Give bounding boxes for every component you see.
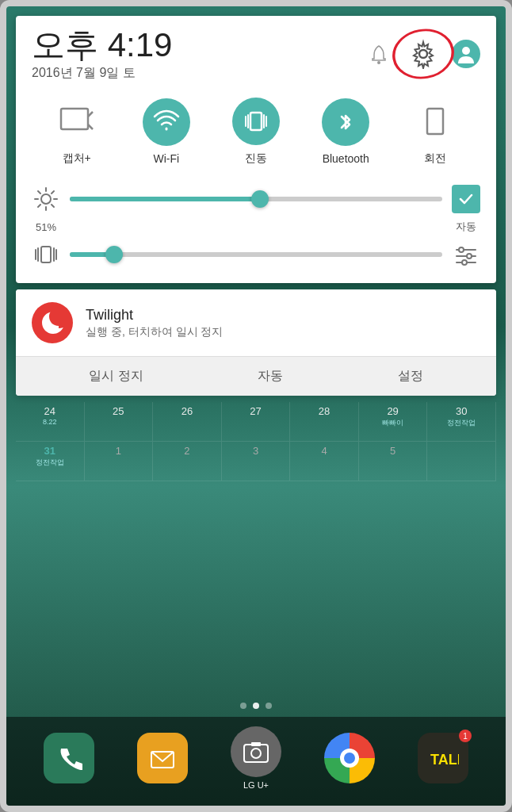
wifi-label: Wi-Fi bbox=[153, 152, 179, 165]
brightness-icon bbox=[33, 186, 59, 212]
toggle-vibrate[interactable]: 진동 bbox=[211, 98, 300, 166]
cal-cell[interactable]: 28 bbox=[290, 402, 359, 442]
bluetooth-icon-wrap bbox=[322, 98, 369, 146]
rotate-label: 회전 bbox=[424, 151, 446, 166]
capture-icon bbox=[58, 102, 96, 140]
calendar-grid: 248.222526272829빠빠이30정전작업31정전작업12345 bbox=[16, 402, 496, 481]
dock-talk[interactable]: TALK 1 bbox=[418, 733, 468, 783]
twilight-auto-button[interactable]: 자동 bbox=[258, 368, 283, 385]
svg-rect-6 bbox=[250, 113, 262, 130]
volume-row bbox=[32, 242, 480, 267]
twilight-moon-icon bbox=[41, 312, 63, 334]
cal-cell[interactable]: 5 bbox=[359, 442, 428, 481]
wifi-icon-wrap bbox=[143, 98, 190, 146]
cal-cell[interactable] bbox=[427, 442, 496, 481]
date-display: 2016년 7월 9일 토 bbox=[32, 65, 172, 82]
cal-cell[interactable]: 25 bbox=[85, 402, 154, 442]
page-dot-0[interactable] bbox=[240, 703, 246, 709]
svg-rect-21 bbox=[41, 247, 51, 262]
cal-cell[interactable]: 1 bbox=[85, 442, 154, 481]
dock-chrome[interactable] bbox=[324, 733, 375, 783]
talk-app-icon: TALK 1 bbox=[418, 733, 468, 783]
quick-toggles: 캡처+ Wi-Fi bbox=[32, 98, 480, 166]
brightness-track bbox=[70, 197, 442, 201]
svg-rect-33 bbox=[244, 745, 268, 762]
svg-point-12 bbox=[41, 194, 51, 204]
cal-cell[interactable]: 30정전작업 bbox=[427, 402, 496, 442]
brightness-thumb[interactable] bbox=[251, 190, 269, 208]
time-display: 오후 4:19 bbox=[32, 29, 172, 62]
user-avatar-icon bbox=[455, 43, 477, 65]
svg-point-1 bbox=[419, 50, 427, 58]
cal-cell[interactable]: 26 bbox=[153, 402, 222, 442]
mail-icon bbox=[148, 744, 177, 772]
svg-point-29 bbox=[459, 247, 464, 252]
volume-settings-icon-wrap[interactable] bbox=[452, 243, 480, 266]
svg-line-20 bbox=[38, 205, 40, 207]
svg-line-17 bbox=[38, 191, 40, 193]
notification-panel: 오후 4:19 2016년 7월 9일 토 bbox=[16, 16, 496, 283]
twilight-header: Twilight 실행 중, 터치하여 일시 정지 bbox=[16, 289, 496, 356]
bottom-dock: LG U+ TALK 1 bbox=[6, 717, 506, 806]
cal-cell[interactable]: 4 bbox=[290, 442, 359, 481]
cal-cell[interactable]: 2 bbox=[153, 442, 222, 481]
svg-line-18 bbox=[52, 205, 54, 207]
camera-icon bbox=[242, 737, 270, 766]
phone-icon bbox=[55, 744, 83, 772]
settings-icon-wrap[interactable] bbox=[401, 32, 445, 76]
vibrate-icon-wrap bbox=[232, 98, 280, 145]
volume-slider[interactable] bbox=[70, 252, 442, 257]
chrome-app-icon bbox=[324, 733, 375, 783]
twilight-title: Twilight bbox=[86, 307, 223, 324]
panel-header: 오후 4:19 2016년 7월 9일 토 bbox=[32, 29, 480, 82]
time-block: 오후 4:19 2016년 7월 9일 토 bbox=[32, 29, 172, 82]
svg-line-19 bbox=[52, 191, 54, 193]
vibrate-label: 진동 bbox=[245, 151, 267, 166]
bell-icon-wrap[interactable] bbox=[363, 38, 395, 70]
volume-icon-wrap bbox=[32, 242, 60, 267]
talk-badge: 1 bbox=[459, 730, 472, 742]
toggle-wifi[interactable]: Wi-Fi bbox=[121, 98, 211, 165]
brightness-fill bbox=[70, 197, 260, 201]
page-dot-2[interactable] bbox=[266, 703, 272, 709]
toggle-capture[interactable]: 캡처+ bbox=[32, 98, 121, 166]
twilight-card: Twilight 실행 중, 터치하여 일시 정지 일시 정지 자동 설정 bbox=[16, 289, 496, 396]
bluetooth-icon bbox=[332, 109, 359, 136]
dock-camera[interactable]: LG U+ bbox=[231, 726, 281, 790]
brightness-percent: 51% bbox=[32, 221, 60, 233]
bluetooth-label: Bluetooth bbox=[323, 152, 369, 165]
twilight-actions: 일시 정지 자동 설정 bbox=[16, 357, 496, 396]
auto-brightness-button[interactable] bbox=[452, 185, 480, 213]
checkmark-icon bbox=[457, 190, 475, 208]
svg-point-34 bbox=[251, 749, 261, 758]
twilight-icon bbox=[32, 302, 73, 343]
cal-cell[interactable]: 31정전작업 bbox=[16, 442, 85, 481]
calendar-area: 248.222526272829빠빠이30정전작업31정전작업12345 bbox=[16, 402, 496, 695]
toggle-bluetooth[interactable]: Bluetooth bbox=[301, 98, 391, 165]
wifi-icon bbox=[153, 109, 180, 136]
twilight-pause-button[interactable]: 일시 정지 bbox=[89, 368, 143, 385]
profile-icon[interactable] bbox=[452, 40, 480, 68]
dock-phone[interactable] bbox=[44, 733, 94, 783]
phone-frame: 오후 4:19 2016년 7월 9일 토 bbox=[0, 0, 512, 812]
settings-icon bbox=[408, 39, 438, 69]
capture-label: 캡처+ bbox=[63, 151, 91, 166]
volume-track bbox=[70, 252, 442, 257]
cal-cell[interactable]: 3 bbox=[222, 442, 291, 481]
twilight-settings-button[interactable]: 설정 bbox=[398, 368, 423, 385]
cal-cell[interactable]: 27 bbox=[222, 402, 291, 442]
cal-cell[interactable]: 29빠빠이 bbox=[359, 402, 428, 442]
svg-text:TALK: TALK bbox=[430, 752, 459, 768]
cal-cell[interactable]: 248.22 bbox=[16, 402, 85, 442]
toggle-rotate[interactable]: 회전 bbox=[391, 98, 480, 166]
page-dots bbox=[6, 695, 506, 717]
mail-app-icon bbox=[137, 733, 188, 783]
volume-thumb[interactable] bbox=[105, 246, 123, 263]
capture-icon-wrap bbox=[53, 98, 101, 145]
svg-rect-35 bbox=[251, 742, 261, 746]
page-dot-1[interactable] bbox=[253, 703, 259, 709]
brightness-icon-wrap bbox=[32, 186, 60, 212]
svg-rect-11 bbox=[427, 109, 443, 134]
dock-mail[interactable] bbox=[137, 733, 188, 783]
brightness-slider[interactable] bbox=[70, 197, 442, 201]
